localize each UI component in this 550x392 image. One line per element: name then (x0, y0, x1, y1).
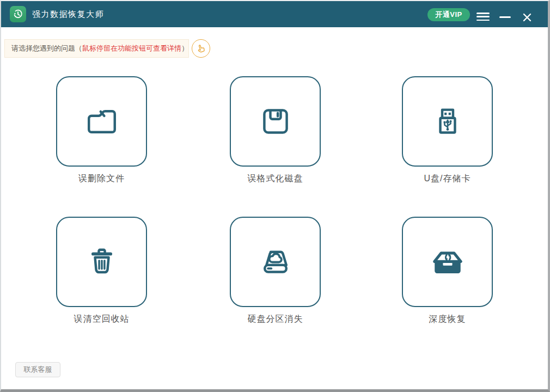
app-logo (10, 6, 26, 22)
card-label: 误删除文件 (56, 173, 147, 185)
logo-restore-icon (12, 8, 24, 20)
card-label: 深度恢复 (402, 314, 493, 325)
card-label: U盘/存储卡 (402, 173, 493, 185)
folder-icon (81, 101, 123, 142)
feature-deleted-files: 误删除文件 (56, 76, 147, 185)
menu-icon[interactable] (476, 13, 490, 21)
deleted-files-card[interactable] (56, 76, 147, 167)
usb-storage-card[interactable] (402, 76, 493, 167)
notice-highlight: 鼠标停留在功能按钮可查看详情 (82, 44, 181, 53)
notice-bar: 请选择您遇到的问题（鼠标停留在功能按钮可查看详情） (4, 39, 189, 58)
feature-formatted-disk: 误格式化磁盘 (230, 76, 321, 185)
deep-recovery-inbox-icon (427, 241, 468, 283)
card-label: 误格式化磁盘 (230, 173, 321, 185)
deep-recovery-card[interactable] (402, 217, 493, 307)
hard-drive-cloud-icon (255, 241, 296, 283)
contact-support-button[interactable]: 联系客服 (15, 362, 60, 377)
lost-partition-card[interactable] (230, 217, 321, 307)
card-label: 硬盘分区消失 (230, 314, 321, 325)
app-window: 强力数据恢复大师 开通VIP 请选择您遇到的问题（鼠标停留在功能按钮可查看详情） (0, 0, 550, 392)
feature-lost-partition: 硬盘分区消失 (230, 217, 321, 325)
emptied-recycle-bin-card[interactable] (56, 217, 147, 307)
title-bar: 强力数据恢复大师 开通VIP (1, 1, 548, 27)
minimize-icon[interactable] (499, 16, 511, 18)
usb-drive-icon (427, 101, 468, 142)
hand-pointer-icon (192, 39, 210, 58)
formatted-disk-card[interactable] (230, 76, 321, 167)
notice-text: 请选择您遇到的问题（ (11, 44, 82, 53)
trash-icon (81, 241, 123, 283)
feature-usb-storage: U盘/存储卡 (402, 76, 493, 185)
floppy-disk-icon (255, 101, 296, 142)
notice-text-suffix: ） (181, 44, 188, 53)
close-icon[interactable] (522, 12, 533, 23)
card-label: 误清空回收站 (56, 314, 147, 325)
feature-emptied-recycle-bin: 误清空回收站 (56, 217, 147, 325)
page-title: 强力数据恢复大师 (32, 1, 104, 27)
open-vip-button[interactable]: 开通VIP (427, 8, 470, 21)
feature-deep-recovery: 深度恢复 (402, 217, 493, 325)
